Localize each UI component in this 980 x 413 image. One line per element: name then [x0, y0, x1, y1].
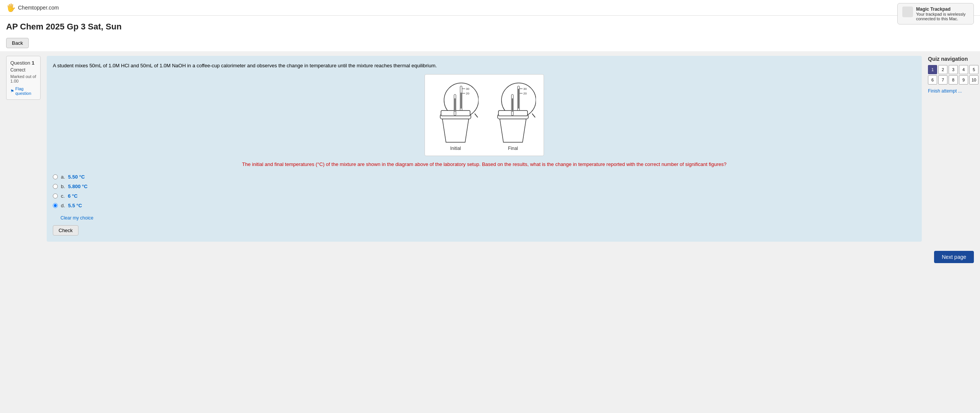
logo-area: 🖐️ Chemtopper.com: [6, 3, 59, 12]
check-button[interactable]: Check: [53, 225, 78, 236]
question-info-panel: Question 1 Correct Marked out of 1.00 ⚑ …: [6, 56, 41, 100]
svg-text:20: 20: [523, 92, 527, 95]
option-d-value: 5.5 °C: [68, 203, 82, 208]
option-c-value: 6 °C: [68, 193, 77, 199]
trackpad-notification: Magic Trackpad Your trackpad is wireless…: [897, 3, 974, 24]
answer-choices: a. 5.50 °C b. 5.800 °C c. 6 °C d. 5.5 °C: [53, 174, 916, 208]
option-d-label: d.: [61, 203, 65, 208]
answer-option-a: a. 5.50 °C: [53, 174, 916, 180]
nav-btn-10[interactable]: 10: [969, 75, 978, 85]
nav-btn-2[interactable]: 2: [938, 65, 947, 74]
radio-a[interactable]: [53, 174, 58, 179]
bottom-bar: Next page: [0, 246, 980, 268]
svg-rect-11: [455, 98, 456, 112]
marked-out-label: Marked out of 1.00: [10, 74, 36, 83]
main-layout: Question 1 Correct Marked out of 1.00 ⚑ …: [0, 51, 980, 246]
top-bar: 🖐️ Chemtopper.com: [0, 0, 980, 16]
nav-btn-6[interactable]: 6: [928, 75, 937, 85]
back-btn-area: Back: [0, 35, 980, 51]
option-b-label: b.: [61, 184, 65, 189]
calorimeter-diagram: 30 20 Initi: [425, 74, 544, 156]
nav-btn-4[interactable]: 4: [959, 65, 968, 74]
trackpad-text: Magic Trackpad Your trackpad is wireless…: [916, 7, 969, 21]
svg-line-19: [532, 114, 535, 117]
diagram-area: 30 20 Initi: [53, 74, 916, 156]
svg-rect-2: [461, 93, 462, 109]
initial-diagram-svg: 30 20: [433, 79, 479, 144]
quiz-nav-title: Quiz navigation: [928, 56, 974, 62]
page-title: AP Chem 2025 Gp 3 Sat, Sun: [6, 22, 974, 32]
option-a-value: 5.50 °C: [68, 174, 85, 180]
radio-b[interactable]: [53, 184, 58, 189]
svg-text:30: 30: [523, 87, 527, 91]
site-name: Chemtopper.com: [18, 5, 59, 11]
nav-btn-9[interactable]: 9: [959, 75, 968, 85]
svg-rect-23: [512, 98, 513, 112]
flag-icon: ⚑: [10, 89, 14, 94]
answer-option-d: d. 5.5 °C: [53, 203, 916, 208]
nav-btn-7[interactable]: 7: [938, 75, 947, 85]
logo-icon: 🖐️: [6, 3, 16, 12]
answer-option-c: c. 6 °C: [53, 193, 916, 199]
flag-question-link[interactable]: ⚑ Flag question: [10, 86, 36, 96]
question-content-area: A student mixes 50mL of 1.0M HCl and 50m…: [47, 56, 922, 242]
question-intro-text: A student mixes 50mL of 1.0M HCl and 50m…: [53, 62, 916, 70]
nav-btn-8[interactable]: 8: [949, 75, 958, 85]
trackpad-icon: [902, 7, 913, 17]
quiz-navigation-sidebar: Quiz navigation 1 2 3 4 5 6 7 8 9 10 Fin…: [928, 56, 974, 242]
question-label: Question 1: [10, 60, 36, 66]
svg-rect-14: [518, 89, 519, 109]
initial-label: Initial: [450, 146, 461, 151]
svg-text:20: 20: [466, 92, 469, 95]
svg-text:30: 30: [466, 87, 469, 91]
quiz-nav-grid: 1 2 3 4 5 6 7 8 9 10: [928, 65, 974, 85]
option-b-value: 5.800 °C: [68, 184, 88, 189]
correct-status: Correct: [10, 67, 36, 73]
option-c-label: c.: [61, 193, 65, 199]
initial-setup: 30 20 Initi: [433, 79, 479, 151]
page-title-area: AP Chem 2025 Gp 3 Sat, Sun: [0, 16, 980, 35]
back-button[interactable]: Back: [6, 38, 29, 48]
next-page-button[interactable]: Next page: [934, 251, 974, 263]
option-a-label: a.: [61, 174, 65, 180]
svg-line-7: [475, 114, 478, 117]
nav-btn-3[interactable]: 3: [949, 65, 958, 74]
nav-btn-5[interactable]: 5: [969, 65, 978, 74]
radio-c[interactable]: [53, 193, 58, 198]
question-number: 1: [32, 60, 34, 66]
final-setup: 30 20 Final: [490, 79, 536, 151]
radio-d[interactable]: [53, 203, 58, 208]
temperature-question: The initial and final temperatures (°C) …: [53, 161, 916, 168]
finish-attempt-link[interactable]: Finish attempt ...: [928, 88, 962, 94]
answer-option-b: b. 5.800 °C: [53, 184, 916, 189]
final-diagram-svg: 30 20: [490, 79, 536, 144]
nav-btn-1[interactable]: 1: [928, 65, 937, 74]
clear-choice-link[interactable]: Clear my choice: [60, 215, 93, 221]
final-label: Final: [508, 146, 518, 151]
